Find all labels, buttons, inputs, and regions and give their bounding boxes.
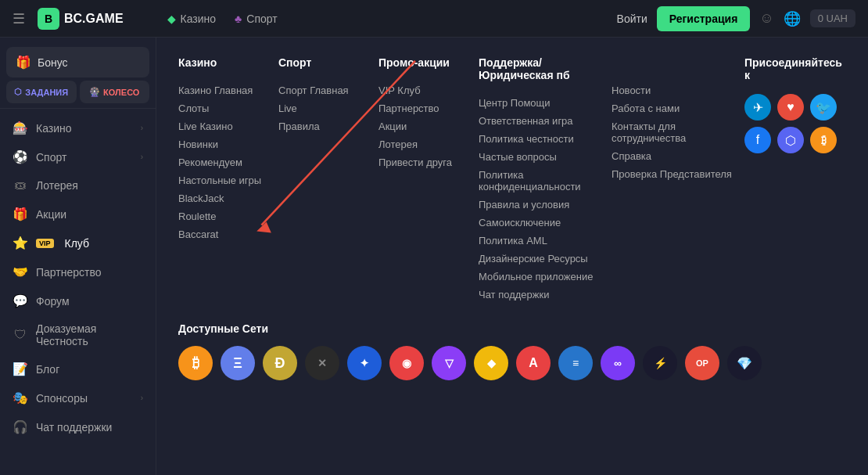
casino-link-recommend[interactable]: Рекомендуем [178,153,278,171]
coin-sol[interactable]: ≡ [558,346,593,380]
support-link-terms[interactable]: Правила и условия [479,196,612,214]
support-link-chat[interactable]: Чат поддержки [479,286,612,304]
discord-icon[interactable]: ⬡ [777,127,804,153]
support-link-privacy[interactable]: Политика конфиденциальности [479,166,612,196]
bonus-label: Бонус [38,56,68,69]
sport-link-live[interactable]: Live [278,99,378,117]
language-icon[interactable]: 🌐 [784,10,801,27]
support-link-mobile[interactable]: Мобильное приложение [479,268,612,286]
support-link-help[interactable]: Центр Помощи [479,94,612,112]
sidebar-item-blog[interactable]: 📝 Блог [0,354,156,383]
networks-title: Доступные Сети [178,322,846,335]
support-link-responsible[interactable]: Ответственная игра [479,112,612,130]
sport-icon: ♣ [235,13,242,25]
twitter-icon[interactable]: 🐦 [810,94,837,121]
vip-badge: VIP [36,239,54,248]
coin-dogecoin[interactable]: Ð [263,346,297,380]
sidebar-promo-label: Акции [36,208,143,221]
dropdown-promo-col: Промо-акции VIP Клуб Партнерство Акции Л… [378,56,479,304]
support-link-design[interactable]: Дизайнерские Ресурсы [479,250,612,268]
social-icons: ✈ ♥ 🐦 f ⬡ ₿ [744,94,846,153]
dropdown-columns: Казино Казино Главная Слоты Live Казино … [178,56,846,304]
support-col-header: Поддержка/Юридическая пб [479,56,612,81]
support2-link-jobs[interactable]: Работа с нами [612,99,744,117]
sport-link-main[interactable]: Спорт Главная [278,81,378,99]
coin-ethereum[interactable]: Ξ [221,346,255,380]
chat-sidebar-icon: 🎧 [13,419,28,434]
wheel-pill[interactable]: 🎡 КОЛЕСО [80,81,150,103]
casino-link-main[interactable]: Казино Главная [178,81,278,99]
nav-casino[interactable]: ◆ Казино [167,13,217,25]
promo-link-partnership[interactable]: Партнерство [378,99,479,117]
casino-icon: ◆ [167,13,176,25]
promo-link-vip[interactable]: VIP Клуб [378,81,479,99]
telegram-icon[interactable]: ✈ [744,94,771,121]
coin-arb[interactable]: ⚡ [643,346,677,380]
support2-link-news[interactable]: Новости [612,81,744,99]
coin-xrp[interactable]: ✕ [305,346,339,380]
sidebar-vip-label: Клуб [65,237,143,250]
tasks-pill[interactable]: ⬡ ЗАДАНИЯ [6,81,77,103]
login-button[interactable]: Войти [617,13,647,25]
coin-avax[interactable]: ◉ [389,346,424,380]
coin-link[interactable]: ✦ [347,346,382,380]
wheel-label: КОЛЕСО [103,88,139,97]
casino-link-table[interactable]: Настольные игры [178,171,278,189]
sidebar-bonus[interactable]: 🎁 Бонус [6,47,149,77]
sidebar-sport-label: Спорт [36,151,133,164]
sidebar-sponsors-label: Спонсоры [36,392,133,405]
coin-ton[interactable]: 💎 [727,346,762,380]
support2-link-verify[interactable]: Проверка Представителя [612,165,744,183]
casino-link-new[interactable]: Новинки [178,135,278,153]
sidebar-tasks-row: ⬡ ЗАДАНИЯ 🎡 КОЛЕСО [6,81,149,103]
sidebar-item-chat[interactable]: 🎧 Чат поддержки [0,412,156,441]
casino-link-roulette[interactable]: Roulette [178,207,278,225]
casino-link-blackjack[interactable]: BlackJack [178,189,278,207]
support2-link-contacts[interactable]: Контакты для сотрудничества [612,117,744,147]
logo[interactable]: B BC.GAME [38,8,124,30]
support-link-selfexclusion[interactable]: Самоисключение [479,214,612,232]
sidebar-chat-label: Чат поддержки [36,421,143,434]
sidebar-item-casino[interactable]: 🎰 Казино › [0,113,156,142]
nav-sport[interactable]: ♣ Спорт [235,13,278,25]
register-button[interactable]: Регистрация [657,6,751,31]
heart-icon[interactable]: ♥ [777,94,804,121]
sidebar-casino-label: Казино [36,122,133,135]
logo-icon: B [38,8,59,30]
coin-avax2[interactable]: A [516,346,551,380]
casino-link-slots[interactable]: Слоты [178,99,278,117]
coin-bnb[interactable]: ◆ [474,346,508,380]
hamburger-menu[interactable]: ☰ [13,10,25,27]
profile-icon[interactable]: ☺ [759,10,773,27]
sidebar-item-promo[interactable]: 🎁 Акции [0,200,156,229]
dropdown-support-col: Поддержка/Юридическая пб Центр Помощи От… [479,56,612,304]
facebook-icon[interactable]: f [744,127,771,153]
dropdown-join-col: Присоединяйтесь к ✈ ♥ 🐦 f ⬡ ₿ [744,56,846,304]
blog-sidebar-icon: 📝 [13,362,28,376]
casino-link-baccarat[interactable]: Baccarat [178,225,278,243]
support-link-faq[interactable]: Частые вопросы [479,148,612,166]
bitcoin-social-icon[interactable]: ₿ [810,127,837,153]
coin-op[interactable]: OP [685,346,719,380]
sidebar-item-sponsors[interactable]: 🎭 Спонсоры › [0,383,156,412]
coin-loop[interactable]: ∞ [601,346,635,380]
promo-link-referral[interactable]: Привести друга [378,153,479,171]
sidebar-item-lottery[interactable]: 🎟 Лотерея [0,171,156,200]
support-link-aml[interactable]: Политика AML [479,232,612,250]
support2-link-help[interactable]: Справка [612,147,744,165]
sidebar-item-vip[interactable]: ⭐ VIP Клуб [0,229,156,257]
casino-link-live[interactable]: Live Казино [178,117,278,135]
coin-bitcoin[interactable]: ₿ [178,346,213,380]
sidebar-item-provably-fair[interactable]: 🛡 Доказуемая Честность [0,315,156,354]
sidebar-item-forum[interactable]: 💬 Форум [0,286,156,315]
sidebar-item-partnership[interactable]: 🤝 Партнерство [0,257,156,286]
sidebar-item-sport[interactable]: ⚽ Спорт › [0,142,156,171]
nav-links: ◆ Казино ♣ Спорт [167,13,278,25]
sidebar-divider-1 [0,108,156,109]
promo-link-lottery[interactable]: Лотерея [378,135,479,153]
sport-link-rules[interactable]: Правила [278,117,378,135]
promo-link-promo[interactable]: Акции [378,117,479,135]
support-link-fairness[interactable]: Политика честности [479,130,612,148]
coin-tor[interactable]: ▽ [432,346,466,380]
networks-section: Доступные Сети ₿ Ξ Ð ✕ ✦ ◉ ▽ ◆ A ≡ ∞ ⚡ O… [178,322,846,380]
